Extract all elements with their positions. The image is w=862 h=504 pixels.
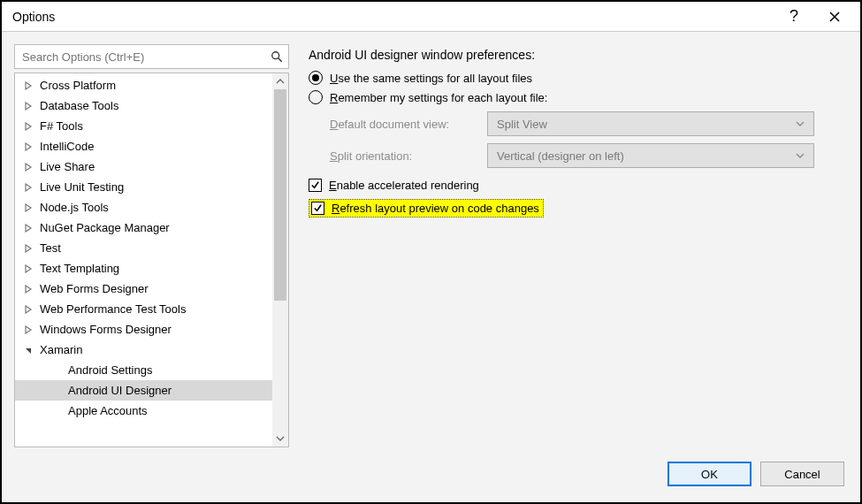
tree-item[interactable]: Text Templating bbox=[15, 258, 272, 279]
checkbox-indicator bbox=[311, 202, 324, 215]
enable-accelerated-rendering-checkbox[interactable]: Enable accelerated rendering bbox=[309, 179, 848, 192]
tree-item[interactable]: Live Share bbox=[15, 157, 272, 177]
radio-label: Use the same settings for all layout fil… bbox=[330, 72, 532, 85]
scroll-up-arrow[interactable] bbox=[272, 73, 288, 89]
dialog-body: Cross PlatformDatabase ToolsF# ToolsInte… bbox=[2, 32, 860, 502]
radio-same-settings[interactable]: Use the same settings for all layout fil… bbox=[309, 71, 848, 85]
expander-collapsed-icon[interactable] bbox=[19, 325, 38, 334]
split-orientation-combo[interactable]: Vertical (designer on left) bbox=[487, 143, 814, 168]
dialog-footer: OK Cancel bbox=[2, 447, 860, 502]
tree-scrollbar[interactable] bbox=[272, 73, 288, 447]
checkbox-indicator bbox=[309, 179, 322, 192]
search-input[interactable] bbox=[22, 50, 271, 64]
expander-collapsed-icon[interactable] bbox=[19, 163, 38, 172]
tree-item-label: Xamarin bbox=[40, 343, 82, 356]
window-title: Options bbox=[12, 10, 774, 24]
tree-item[interactable]: Live Unit Testing bbox=[15, 177, 272, 197]
ok-button[interactable]: OK bbox=[667, 462, 751, 486]
settings-panel: Android UI designer window preferences: … bbox=[309, 44, 848, 447]
chevron-down-icon bbox=[796, 119, 805, 128]
scrollbar-thumb[interactable] bbox=[274, 89, 286, 301]
scroll-down-arrow[interactable] bbox=[272, 431, 288, 447]
radio-label: Remember my settings for each layout fil… bbox=[330, 91, 547, 104]
tree-item-label: Android Settings bbox=[68, 363, 152, 377]
tree-item[interactable]: IntelliCode bbox=[15, 136, 272, 157]
tree-item[interactable]: Windows Forms Designer bbox=[15, 319, 272, 340]
tree-item-label: IntelliCode bbox=[40, 140, 94, 153]
tree-item-label: Text Templating bbox=[40, 262, 119, 275]
close-icon bbox=[829, 11, 840, 22]
checkbox-label: Enable accelerated rendering bbox=[329, 179, 479, 192]
expander-collapsed-icon[interactable] bbox=[19, 183, 38, 192]
tree-item-label: Windows Forms Designer bbox=[40, 323, 172, 336]
expander-collapsed-icon[interactable] bbox=[19, 81, 38, 90]
svg-point-0 bbox=[272, 52, 279, 59]
panel-heading: Android UI designer window preferences: bbox=[309, 48, 848, 62]
tree-item-label: F# Tools bbox=[40, 119, 83, 133]
tree-item-label: Live Unit Testing bbox=[40, 180, 124, 194]
svg-line-1 bbox=[278, 58, 282, 62]
checkbox-label: Refresh layout preview on code changes bbox=[332, 202, 539, 215]
tree-item[interactable]: Web Performance Test Tools bbox=[15, 299, 272, 319]
expander-collapsed-icon[interactable] bbox=[19, 224, 38, 233]
cancel-button[interactable]: Cancel bbox=[760, 462, 844, 486]
expander-collapsed-icon[interactable] bbox=[19, 244, 38, 253]
tree-item-label: Node.js Tools bbox=[40, 201, 109, 214]
tree-viewport: Cross PlatformDatabase ToolsF# ToolsInte… bbox=[15, 73, 288, 447]
left-column: Cross PlatformDatabase ToolsF# ToolsInte… bbox=[14, 44, 289, 447]
tree-item-label: Android UI Designer bbox=[68, 384, 172, 397]
tree-item-label: Web Forms Designer bbox=[40, 282, 149, 295]
combo-value: Split View bbox=[497, 118, 547, 131]
split-orientation-row: Split orientation: Vertical (designer on… bbox=[330, 143, 848, 168]
default-document-view-combo[interactable]: Split View bbox=[487, 111, 814, 136]
search-icon bbox=[271, 50, 283, 63]
radio-indicator bbox=[309, 71, 323, 85]
close-button[interactable] bbox=[814, 3, 855, 31]
expander-collapsed-icon[interactable] bbox=[19, 285, 38, 294]
default-document-view-row: Default document view: Split View bbox=[330, 111, 848, 136]
tree-item[interactable]: Xamarin bbox=[15, 340, 272, 360]
expander-collapsed-icon[interactable] bbox=[19, 203, 38, 212]
options-tree: Cross PlatformDatabase ToolsF# ToolsInte… bbox=[14, 73, 289, 447]
tree-item-child[interactable]: Apple Accounts bbox=[15, 401, 272, 421]
radio-indicator bbox=[309, 90, 323, 104]
main-area: Cross PlatformDatabase ToolsF# ToolsInte… bbox=[2, 32, 860, 447]
help-button[interactable]: ? bbox=[774, 3, 814, 31]
tree-item-child[interactable]: Android Settings bbox=[15, 360, 272, 380]
radio-remember-settings[interactable]: Remember my settings for each layout fil… bbox=[309, 90, 848, 104]
expander-collapsed-icon[interactable] bbox=[19, 264, 38, 273]
tree-item-label: Web Performance Test Tools bbox=[40, 302, 186, 316]
search-box[interactable] bbox=[14, 44, 289, 69]
tree-item[interactable]: Test bbox=[15, 238, 272, 258]
default-document-view-label: Default document view: bbox=[330, 118, 480, 131]
expander-expanded-icon[interactable] bbox=[19, 346, 38, 355]
combo-value: Vertical (designer on left) bbox=[497, 149, 624, 163]
tree-item-child[interactable]: Android UI Designer bbox=[15, 380, 272, 401]
chevron-down-icon bbox=[796, 151, 805, 160]
tree-item[interactable]: Cross Platform bbox=[15, 75, 272, 95]
tree-item-label: Apple Accounts bbox=[68, 404, 148, 417]
split-orientation-label: Split orientation: bbox=[330, 149, 480, 163]
tree-item[interactable]: NuGet Package Manager bbox=[15, 218, 272, 238]
tree-item-label: Live Share bbox=[40, 160, 95, 173]
tree-item[interactable]: Node.js Tools bbox=[15, 197, 272, 218]
expander-collapsed-icon[interactable] bbox=[19, 122, 38, 131]
expander-collapsed-icon[interactable] bbox=[19, 305, 38, 314]
tree-item-label: NuGet Package Manager bbox=[40, 221, 170, 234]
tree-item[interactable]: Web Forms Designer bbox=[15, 279, 272, 299]
expander-collapsed-icon[interactable] bbox=[19, 102, 38, 111]
scrollbar-track[interactable] bbox=[272, 89, 288, 431]
tree-item[interactable]: F# Tools bbox=[15, 116, 272, 136]
tree-item-label: Cross Platform bbox=[40, 79, 116, 92]
tree-item-label: Database Tools bbox=[40, 99, 118, 112]
expander-collapsed-icon[interactable] bbox=[19, 142, 38, 151]
tree-item[interactable]: Database Tools bbox=[15, 95, 272, 116]
tree-item-label: Test bbox=[40, 241, 61, 255]
titlebar: Options ? bbox=[2, 2, 860, 32]
refresh-layout-preview-checkbox[interactable]: Refresh layout preview on code changes bbox=[309, 199, 544, 218]
